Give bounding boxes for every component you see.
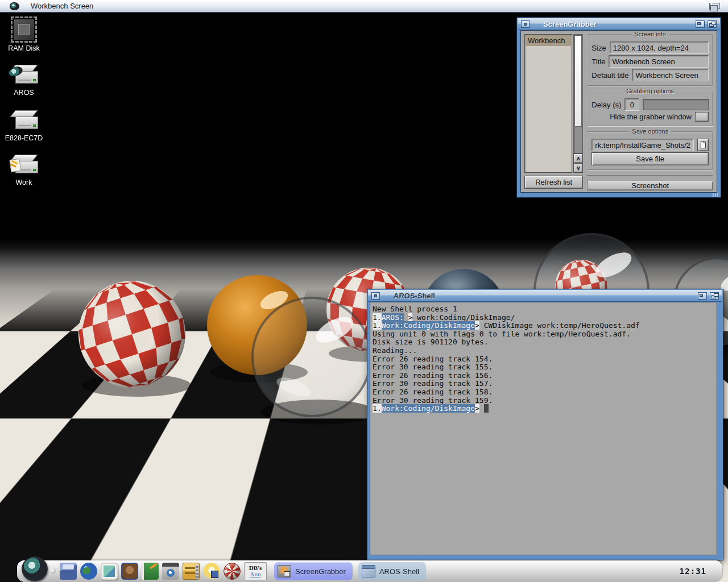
screen-list[interactable]: Workbench <box>524 34 572 173</box>
disk-drive-icon <box>9 61 39 86</box>
scroll-down-icon[interactable]: ∨ <box>573 163 583 173</box>
desktop-icon-label: Work <box>1 178 47 186</box>
shell-title-bar[interactable]: AROS-Shell <box>368 290 722 302</box>
close-icon[interactable] <box>371 292 380 300</box>
close-icon[interactable] <box>521 20 530 28</box>
size-label: Size <box>592 44 606 52</box>
workbench-screen: Workbench Screen RAM DiskAROSE828-EC7DWo… <box>0 0 728 582</box>
refresh-list-button[interactable]: Refresh list <box>524 176 583 189</box>
shell-line: Reading... <box>373 347 714 355</box>
screen-depth-gadget[interactable] <box>709 3 720 10</box>
disk-drive-icon <box>9 107 39 132</box>
shell-line: Error 30 reading track 159. <box>373 397 714 405</box>
depth-squares-icon <box>713 3 720 9</box>
shell-line: Using unit 0 with flags 0 to file work:t… <box>373 330 714 339</box>
size-field[interactable]: 1280 x 1024, depth=24 <box>610 41 709 54</box>
scroll-up-icon[interactable]: ∧ <box>573 153 583 163</box>
shell-line: 1.Work:Coding/DiskImage> <box>373 405 714 413</box>
screen-title-bar[interactable]: Workbench Screen <box>0 0 728 13</box>
video-player-icon[interactable] <box>162 563 179 580</box>
default-title-field[interactable]: Workbench Screen <box>632 69 709 81</box>
disk-drive-icon <box>9 151 39 176</box>
zoom-gadget-icon[interactable] <box>696 20 705 28</box>
shell-line: Disk size is 901120 bytes. <box>373 338 714 347</box>
desktop-icon-ram-disk[interactable]: RAM Disk <box>1 17 47 52</box>
taskbar-clock: 12:31 <box>680 567 706 576</box>
prefs-light-icon[interactable] <box>203 563 220 580</box>
hide-grabber-checkbox[interactable] <box>695 112 709 122</box>
group-label: Screen info <box>631 31 669 38</box>
dbs-ann-text2: Ann <box>250 571 261 577</box>
group-label: Save options <box>629 128 671 135</box>
progress-bar <box>587 175 713 176</box>
desktop-icon-work[interactable]: Work <box>1 151 47 186</box>
desktop-icon-label: RAM Disk <box>1 44 47 52</box>
delay-slider[interactable] <box>643 99 709 110</box>
aros-logo-icon <box>10 2 19 10</box>
group-label: Grabbing options <box>623 88 677 94</box>
desktop-icon-aros[interactable]: AROS <box>1 61 47 97</box>
file-picker-icon[interactable] <box>697 139 709 151</box>
shell-line: New Shell process 1 <box>373 305 714 314</box>
screen-title: Workbench Screen <box>31 2 93 10</box>
window-title: AROS-Shell <box>394 292 435 300</box>
taskbar-task-screengrabber[interactable]: ScreenGrabber <box>274 562 353 580</box>
resize-grip-icon[interactable] <box>713 193 719 197</box>
hide-grabber-label: Hide the grabber window <box>610 113 692 121</box>
task-label: AROS-Shell <box>379 567 419 576</box>
ram-chip-icon <box>9 17 39 42</box>
shell-window: AROS-Shell New Shell process 11.AROS: > … <box>367 289 723 560</box>
archiver-icon[interactable] <box>183 563 200 580</box>
shell-line: Error 30 reading track 157. <box>373 380 714 388</box>
shell-line: Error 26 reading track 156. <box>373 372 714 380</box>
start-menu-aros-icon[interactable] <box>22 556 48 581</box>
depth-gadget-icon[interactable] <box>710 292 719 300</box>
window-title: ScreenGrabber <box>543 20 597 28</box>
desktop-icon-label: AROS <box>1 89 47 97</box>
screenshot-button[interactable]: Screenshot <box>587 181 713 190</box>
screengrabber-title-bar[interactable]: ScreenGrabber <box>518 18 720 30</box>
shell-line: Error 26 reading track 158. <box>373 388 714 397</box>
default-title-label: Default title <box>592 71 628 80</box>
scrollbar-thumb[interactable] <box>574 35 582 127</box>
task-label: ScreenGrabber <box>295 567 346 576</box>
pictures-icon[interactable] <box>101 563 118 580</box>
screengrabber-body: Workbench ∧ ∨ Refresh list Screen inf <box>520 30 717 193</box>
scrollbar-track[interactable] <box>573 34 583 153</box>
shell-line: 1.Work:Coding/DiskImage> CWDiskImage wor… <box>373 322 714 330</box>
workspace-cube-icon[interactable] <box>60 563 77 580</box>
shell-line: Error 26 reading track 154. <box>373 355 714 364</box>
depth-gadget-icon[interactable] <box>708 20 717 28</box>
delay-field[interactable]: 0 <box>624 98 639 111</box>
notes-icon[interactable] <box>142 563 159 580</box>
save-file-button[interactable]: Save file <box>592 152 709 165</box>
taskbar: DB's Ann ScreenGrabberAROS-Shell 12:31 <box>17 560 722 582</box>
shell-console[interactable]: New Shell process 11.AROS: > work:Coding… <box>370 302 717 555</box>
desktop-icon-e828-ec7d[interactable]: E828-EC7D <box>1 107 47 142</box>
screen-list-item[interactable]: Workbench <box>526 35 571 46</box>
shell-line: Error 30 reading track 155. <box>373 363 714 372</box>
grabbing-options-group: Grabbing options Delay (s) 0 Hide the gr… <box>587 91 713 127</box>
zoom-gadget-icon[interactable] <box>698 292 707 300</box>
chewbacca-avatar-icon[interactable] <box>121 563 138 580</box>
shell-line: 1.AROS: > work:Coding/DiskImage/ <box>373 314 714 322</box>
screen-info-group: Screen info Size 1280 x 1024, depth=24 T… <box>587 34 713 86</box>
screengrabber-window: ScreenGrabber Workbench ∧ ∨ <box>516 17 721 198</box>
delay-label: Delay (s) <box>592 101 621 109</box>
boing-ball-icon[interactable] <box>224 563 241 580</box>
dbs-ann-icon[interactable]: DB's Ann <box>244 562 267 580</box>
save-options-group: Save options rk:temp/InstallGame_Shots/2… <box>587 131 713 171</box>
pencil-page-overlay-icon <box>10 159 22 172</box>
shellw-icon <box>362 565 375 577</box>
taskbar-task-aros-shell[interactable]: AROS-Shell <box>358 562 426 580</box>
save-path-field[interactable]: rk:temp/InstallGame_Shots/2 <box>592 139 694 151</box>
screen-list-scrollbar: ∧ ∨ <box>573 34 583 173</box>
title-label: Title <box>592 57 605 66</box>
web-globe-icon[interactable] <box>80 563 97 580</box>
desktop-icon-label: E828-EC7D <box>1 134 47 142</box>
grabber-icon <box>278 565 291 577</box>
dock-handle-icon[interactable] <box>50 568 56 574</box>
title-field[interactable]: Workbench Screen <box>609 55 709 68</box>
